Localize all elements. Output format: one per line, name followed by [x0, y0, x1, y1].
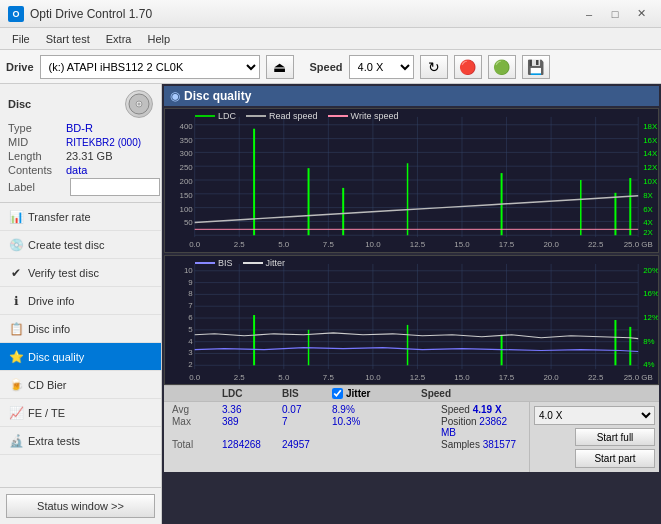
- disc-type-label: Type: [8, 122, 66, 134]
- svg-text:5: 5: [188, 325, 193, 334]
- svg-text:15.0: 15.0: [454, 240, 470, 249]
- disc-header: Disc: [8, 90, 153, 118]
- stats-right-spacer: [501, 388, 531, 399]
- legend-ldc: LDC: [195, 111, 236, 121]
- eject-button[interactable]: ⏏: [266, 55, 294, 79]
- sidebar-item-cd-bier[interactable]: 🍺 CD Bier: [0, 371, 161, 399]
- disc-label-input[interactable]: [70, 178, 160, 196]
- start-full-button[interactable]: Start full: [575, 428, 655, 447]
- stats-total-jitter-spacer: [332, 439, 441, 450]
- close-button[interactable]: ✕: [629, 4, 653, 24]
- svg-text:7.5: 7.5: [323, 373, 335, 382]
- disc-contents-row: Contents data: [8, 164, 153, 176]
- nav-label-drive-info: Drive info: [28, 295, 74, 307]
- svg-text:20.0: 20.0: [543, 240, 559, 249]
- sidebar-item-create-test-disc[interactable]: 💿 Create test disc: [0, 231, 161, 259]
- svg-text:22.5: 22.5: [588, 240, 604, 249]
- write-color: [328, 115, 348, 117]
- svg-rect-60: [165, 256, 658, 384]
- svg-text:12.5: 12.5: [410, 240, 426, 249]
- speed-dropdown[interactable]: 4.0 X 1.0 X 2.0 X 8.0 X Max: [534, 406, 655, 425]
- stats-bar: LDC BIS Jitter Speed Avg 3.36: [164, 385, 659, 472]
- legend-jitter-label: Jitter: [266, 258, 286, 268]
- top-chart-legend: LDC Read speed Write speed: [195, 111, 398, 121]
- menu-help[interactable]: Help: [139, 31, 178, 47]
- svg-text:350: 350: [180, 136, 194, 145]
- svg-text:50: 50: [184, 218, 193, 227]
- disc-length-value: 23.31 GB: [66, 150, 112, 162]
- svg-text:300: 300: [180, 149, 194, 158]
- window-title: Opti Drive Control 1.70: [30, 7, 152, 21]
- stats-avg-jitter: 8.9%: [332, 404, 441, 415]
- stats-ldc-header: LDC: [222, 388, 282, 399]
- svg-text:2: 2: [188, 360, 192, 369]
- stats-total-row: Total 1284268 24957 Samples 381577: [172, 439, 521, 450]
- sidebar-item-verify-test-disc[interactable]: ✔ Verify test disc: [0, 259, 161, 287]
- svg-text:100: 100: [180, 205, 194, 214]
- legend-bis: BIS: [195, 258, 233, 268]
- svg-text:18X: 18X: [643, 122, 658, 131]
- svg-text:6: 6: [188, 313, 193, 322]
- drive-select[interactable]: (k:) ATAPI iHBS112 2 CL0K: [40, 55, 260, 79]
- left-panel: Disc Type BD-R MID RITEKBR2 (000) Lengt: [0, 84, 162, 524]
- nav-label-extra-tests: Extra tests: [28, 435, 80, 447]
- sidebar-item-fe-te[interactable]: 📈 FE / TE: [0, 399, 161, 427]
- legend-write-label: Write speed: [351, 111, 399, 121]
- nav-label-create-test-disc: Create test disc: [28, 239, 104, 251]
- svg-rect-3: [165, 109, 658, 252]
- jitter-color: [243, 262, 263, 264]
- sidebar-item-drive-info[interactable]: ℹ Drive info: [0, 287, 161, 315]
- svg-text:14X: 14X: [643, 149, 658, 158]
- svg-text:16X: 16X: [643, 136, 658, 145]
- menu-start-test[interactable]: Start test: [38, 31, 98, 47]
- menu-extra[interactable]: Extra: [98, 31, 140, 47]
- sidebar-item-disc-info[interactable]: 📋 Disc info: [0, 315, 161, 343]
- app-icon: O: [8, 6, 24, 22]
- chart-header: ◉ Disc quality: [164, 86, 659, 106]
- disc-quality-icon: ⭐: [8, 349, 24, 365]
- refresh-button[interactable]: ↻: [420, 55, 448, 79]
- minimize-button[interactable]: –: [577, 4, 601, 24]
- settings-button2[interactable]: 🟢: [488, 55, 516, 79]
- settings-button1[interactable]: 🔴: [454, 55, 482, 79]
- svg-text:2.5: 2.5: [234, 373, 246, 382]
- svg-text:0.0: 0.0: [189, 373, 201, 382]
- svg-text:20%: 20%: [643, 266, 658, 275]
- sidebar-item-extra-tests[interactable]: 🔬 Extra tests: [0, 427, 161, 455]
- nav-label-disc-info: Disc info: [28, 323, 70, 335]
- jitter-checkbox[interactable]: [332, 388, 343, 399]
- disc-contents-label: Contents: [8, 164, 66, 176]
- svg-text:12%: 12%: [643, 313, 658, 322]
- read-color: [246, 115, 266, 117]
- sidebar-item-transfer-rate[interactable]: 📊 Transfer rate: [0, 203, 161, 231]
- disc-label-row: Label ⚙: [8, 178, 153, 196]
- svg-text:150: 150: [180, 191, 194, 200]
- chart-title: Disc quality: [184, 89, 251, 103]
- stats-max-bis: 7: [282, 416, 332, 438]
- speed-select[interactable]: 4.0 X 1.0 X 2.0 X 8.0 X Max: [349, 55, 414, 79]
- svg-text:22.5: 22.5: [588, 373, 604, 382]
- maximize-button[interactable]: □: [603, 4, 627, 24]
- svg-text:5.0: 5.0: [278, 373, 290, 382]
- status-btn-container: Status window >>: [0, 487, 161, 524]
- stats-left: Avg 3.36 0.07 8.9% Speed 4.19 X Max 389: [164, 402, 529, 472]
- sidebar-item-disc-quality[interactable]: ⭐ Disc quality: [0, 343, 161, 371]
- save-button[interactable]: 💾: [522, 55, 550, 79]
- speed-label: Speed: [310, 61, 343, 73]
- svg-text:12.5: 12.5: [410, 373, 426, 382]
- status-window-button[interactable]: Status window >>: [6, 494, 155, 518]
- stats-position-row: Position 23862 MB: [441, 416, 521, 438]
- start-part-button[interactable]: Start part: [575, 449, 655, 468]
- stats-speed-label: Speed: [441, 404, 473, 415]
- svg-text:12X: 12X: [643, 163, 658, 172]
- stats-max-label: Max: [172, 416, 222, 438]
- menu-file[interactable]: File: [4, 31, 38, 47]
- stats-avg-bis: 0.07: [282, 404, 332, 415]
- svg-text:20.0: 20.0: [543, 373, 559, 382]
- disc-length-label: Length: [8, 150, 66, 162]
- nav-label-disc-quality: Disc quality: [28, 351, 84, 363]
- transfer-rate-icon: 📊: [8, 209, 24, 225]
- stats-right: 4.0 X 1.0 X 2.0 X 8.0 X Max Start full S…: [529, 402, 659, 472]
- disc-length-row: Length 23.31 GB: [8, 150, 153, 162]
- stats-header: LDC BIS Jitter Speed: [164, 386, 659, 402]
